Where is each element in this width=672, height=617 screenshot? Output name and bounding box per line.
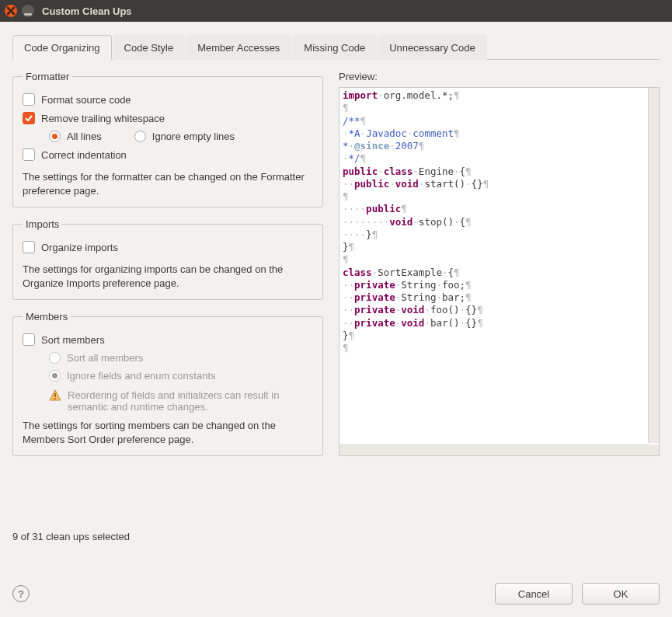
ignore-fields-radio — [49, 370, 61, 382]
all-lines-radio[interactable] — [49, 131, 61, 142]
ignore-fields-label: Ignore fields and enum constants — [67, 370, 216, 382]
preview-panel: Preview: import·org.model.*;¶ ¶ /**¶ ·*A… — [339, 71, 660, 456]
formatter-group: Formatter Format source code Remove trai… — [12, 71, 323, 207]
close-icon[interactable] — [5, 5, 17, 17]
organize-imports-label: Organize imports — [41, 242, 313, 253]
members-legend: Members — [23, 311, 71, 322]
members-desc: The settings for sorting members can be … — [23, 419, 313, 446]
minimize-icon[interactable] — [22, 5, 34, 17]
cancel-button[interactable]: Cancel — [495, 583, 573, 605]
horizontal-scrollbar[interactable] — [339, 444, 648, 455]
tab-code-style[interactable]: Code Style — [113, 35, 186, 60]
tab-unnecessary-code[interactable]: Unnecessary Code — [378, 35, 487, 60]
all-lines-label: All lines — [67, 131, 102, 142]
organize-imports-checkbox[interactable] — [23, 241, 35, 253]
tab-member-accesses[interactable]: Member Accesses — [186, 35, 291, 60]
svg-rect-1 — [54, 393, 56, 397]
warning-icon — [49, 389, 61, 402]
svg-rect-0 — [24, 13, 32, 16]
correct-indentation-checkbox[interactable] — [23, 148, 35, 161]
vertical-scrollbar[interactable] — [648, 88, 659, 443]
sort-members-checkbox[interactable] — [23, 333, 35, 346]
imports-desc: The settings for organizing imports can … — [23, 263, 313, 290]
imports-legend: Imports — [23, 218, 62, 230]
remove-trailing-label: Remove trailing whitespace — [41, 113, 313, 124]
warning-text: Reordering of fields and initializers ca… — [68, 389, 313, 413]
scrollbar-corner — [648, 444, 659, 455]
remove-trailing-checkbox[interactable] — [23, 112, 35, 124]
dialog-buttons: Cancel OK — [495, 583, 660, 605]
tab-code-organizing[interactable]: Code Organizing — [12, 35, 112, 60]
sort-members-label: Sort members — [41, 334, 313, 346]
preview-label: Preview: — [339, 71, 660, 82]
window-title: Custom Clean Ups — [42, 5, 132, 17]
members-group: Members Sort members Sort all members Ig… — [12, 311, 323, 456]
status-text: 9 of 31 clean ups selected — [12, 531, 130, 542]
format-source-label: Format source code — [41, 94, 313, 106]
options-panel: Formatter Format source code Remove trai… — [12, 71, 323, 456]
formatter-desc: The settings for the formatter can be ch… — [23, 170, 313, 197]
preview-box[interactable]: import·org.model.*;¶ ¶ /**¶ ·*A·Javadoc·… — [339, 87, 660, 456]
ignore-empty-radio[interactable] — [134, 131, 146, 142]
titlebar: Custom Clean Ups — [0, 0, 672, 22]
imports-group: Imports Organize imports The settings fo… — [12, 218, 323, 300]
ignore-empty-label: Ignore empty lines — [152, 131, 235, 142]
format-source-checkbox[interactable] — [23, 93, 35, 106]
formatter-legend: Formatter — [23, 71, 72, 82]
help-icon[interactable]: ? — [12, 585, 30, 602]
tab-bar: Code Organizing Code Style Member Access… — [12, 34, 660, 60]
sort-all-label: Sort all members — [67, 352, 143, 364]
correct-indentation-label: Correct indentation — [41, 149, 313, 161]
svg-rect-2 — [54, 398, 56, 399]
ok-button[interactable]: OK — [582, 583, 660, 605]
tab-missing-code[interactable]: Missing Code — [292, 35, 377, 60]
sort-all-radio — [49, 352, 61, 364]
